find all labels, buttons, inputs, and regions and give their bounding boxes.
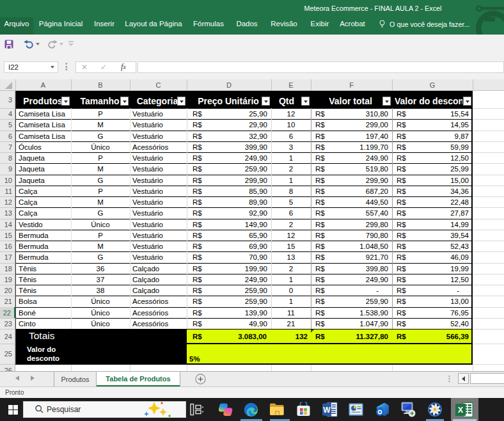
svg-text:X: X	[458, 406, 464, 415]
svg-text:W: W	[323, 406, 331, 415]
